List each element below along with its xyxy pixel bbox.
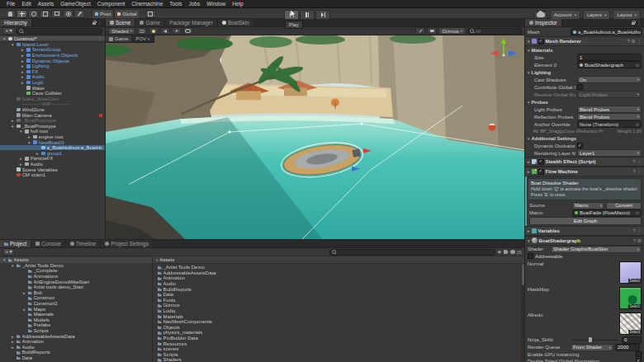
select-texture-button[interactable]: Select (628, 330, 641, 334)
double-sided-gi-checkbox[interactable] (636, 358, 642, 362)
expander-icon[interactable] (12, 334, 17, 339)
lock-icon[interactable] (92, 22, 96, 25)
folder-tree-row[interactable]: Animation (0, 339, 152, 345)
lighting-foldout[interactable]: Lighting (532, 70, 552, 75)
scene-effects-dropdown[interactable] (172, 27, 182, 35)
scene-lighting-button[interactable] (149, 27, 159, 35)
component-enabled-checkbox[interactable] (538, 39, 544, 45)
menu-item[interactable]: GameObject (57, 0, 94, 8)
mesh-object-field[interactable]: a_BoatHullroot:a_BoatHullroot (571, 28, 642, 35)
asset-list-item[interactable]: Objects (153, 325, 524, 331)
select-texture-button[interactable]: Select (628, 304, 641, 308)
folder-tree-row[interactable]: _Complete (0, 268, 152, 274)
folder-tree-row[interactable]: Materials (0, 312, 152, 317)
help-icon[interactable]: ? (632, 159, 635, 164)
search-by-type-icon[interactable] (497, 250, 502, 254)
element0-object-field[interactable]: BoatShadergraph (577, 61, 642, 68)
texture-thumbnail[interactable]: Select (619, 313, 642, 335)
texture-thumbnail[interactable]: Select (619, 287, 642, 309)
mesh-renderer-header[interactable]: ▾ Mesh Renderer ?⚙⋮ (525, 36, 644, 46)
foldout-icon[interactable]: ▾ (528, 238, 530, 243)
custom-tool-button[interactable] (74, 10, 85, 18)
menu-item[interactable]: Tools (166, 0, 185, 8)
asset-list-item[interactable]: _Artist Tools Demo (153, 265, 524, 270)
hierarchy-row[interactable]: Audio (0, 162, 105, 167)
additional-settings-foldout[interactable]: Additional Settings (532, 136, 577, 141)
expander-icon[interactable] (12, 345, 17, 350)
expander-icon[interactable] (12, 339, 17, 344)
folder-tree-row[interactable]: Maps (0, 306, 152, 312)
pivot-toggle[interactable]: Pivot (92, 9, 114, 19)
asset-list-item[interactable]: Materials (153, 313, 524, 319)
view-tool-button[interactable] (5, 10, 16, 18)
flow-machine-header[interactable]: ▸ Flow Machine ?⋮ (525, 167, 644, 176)
tab-game-overlay[interactable]: Game (106, 35, 131, 42)
asset-list-scrollbar[interactable] (521, 263, 524, 362)
scene-view-tab[interactable]: BoatSkin (218, 19, 254, 26)
menu-item[interactable]: Cinemachine (128, 0, 166, 8)
project-search-input[interactable] (329, 249, 495, 256)
create-object-button[interactable]: + ▾ (2, 27, 15, 35)
asset-list-item[interactable]: Gizmos (153, 303, 524, 308)
hierarchy-row[interactable]: FX (0, 69, 105, 75)
folder-tree-row[interactable]: Data (0, 355, 152, 361)
folder-tree-row[interactable]: Scripts (0, 328, 152, 334)
folder-tree-row[interactable]: BuildReports (0, 350, 152, 355)
hierarchy-row[interactable]: Main Camera (0, 112, 105, 118)
asset-list-item[interactable]: AddressableAssetsData (153, 270, 524, 276)
hierarchy-row[interactable]: WindZone (0, 107, 105, 113)
folder-tree-row[interactable]: Models (0, 317, 152, 323)
convert-button[interactable]: Convert (606, 202, 642, 209)
foldout-icon[interactable]: ▾ (528, 39, 530, 44)
asset-list-item[interactable]: Ludiq (153, 308, 524, 314)
render-queue-value-field[interactable]: 2000 (615, 344, 640, 351)
menu-item[interactable]: Window (203, 0, 229, 8)
scene-view-tab[interactable]: Package Manager (165, 19, 218, 26)
folder-tree-row[interactable]: Artist tools demo_Start (0, 284, 152, 290)
hierarchy-row[interactable]: Lighting (0, 63, 105, 69)
expander-icon[interactable] (3, 257, 8, 262)
reflection-probes-dropdown[interactable]: Blend Probes (577, 113, 642, 120)
tab-hierarchy[interactable]: Hierarchy (0, 19, 32, 26)
bottom-panel-tab[interactable]: Timeline (66, 240, 101, 247)
asset-list-item[interactable]: Data (153, 292, 524, 298)
rendering-layer-dropdown[interactable]: Layer1 (577, 149, 642, 157)
tab-inspector[interactable]: Inspector (525, 19, 562, 26)
asset-list-item[interactable]: Shaders (153, 357, 524, 362)
render-queue-dropdown[interactable]: From Shader (571, 344, 613, 351)
folder-tree-row[interactable]: Bolt (0, 290, 152, 296)
macro-object-field[interactable]: BoatFade (FlowMacro) (572, 209, 642, 217)
hierarchy-search-input[interactable] (17, 28, 102, 35)
edit-graph-button[interactable]: Edit Graph (529, 217, 642, 225)
asset-list-item[interactable]: Scripts (153, 352, 524, 358)
breadcrumb[interactable]: ▾Assets (153, 256, 524, 264)
lock-icon[interactable] (632, 22, 635, 25)
asset-list-item[interactable]: scenes (153, 346, 524, 352)
move-tool-button[interactable] (17, 10, 27, 18)
context-menu-icon[interactable]: ⋮ (637, 159, 642, 164)
gizmos-dropdown[interactable]: Gizmos▾ (438, 27, 466, 35)
folder-tree-row[interactable]: Construct (0, 295, 152, 301)
create-asset-button[interactable]: + ▾ (2, 248, 15, 256)
hierarchy-row[interactable]: CM vcam1 (0, 172, 105, 178)
toggle-2d-button[interactable]: 2D (137, 27, 147, 35)
menu-item[interactable]: Jobs (185, 0, 203, 8)
foldout-icon[interactable]: ▸ (528, 159, 530, 164)
scene-search-input[interactable]: All (467, 28, 522, 35)
asset-list-item[interactable]: Animation (153, 275, 524, 281)
hierarchy-row[interactable]: a_BoatHullroot:a_BoatHullroot (0, 145, 105, 151)
scene-view-tab[interactable]: Game (135, 19, 165, 26)
gpu-instancing-checkbox[interactable] (636, 351, 642, 357)
materials-foldout[interactable]: Materials (532, 48, 553, 53)
hierarchy-row[interactable]: ------------WIP------------ (0, 101, 105, 107)
hierarchy-row[interactable]: TerrainGroup (0, 47, 105, 53)
help-icon[interactable]: ? (627, 39, 630, 44)
materials-size-field[interactable]: 1 (577, 54, 642, 61)
folder-tree-row[interactable]: _Artist Tools Demo (0, 263, 152, 269)
hierarchy-row[interactable]: NewBoat03 (0, 139, 105, 145)
hierarchy-row[interactable]: Scene Variables (0, 167, 105, 172)
camera-settings-dropdown[interactable] (427, 27, 437, 35)
select-texture-button[interactable]: Select (628, 279, 641, 283)
panel-menu-icon[interactable]: ⋮ (97, 20, 102, 26)
help-icon[interactable]: ? (632, 169, 635, 174)
